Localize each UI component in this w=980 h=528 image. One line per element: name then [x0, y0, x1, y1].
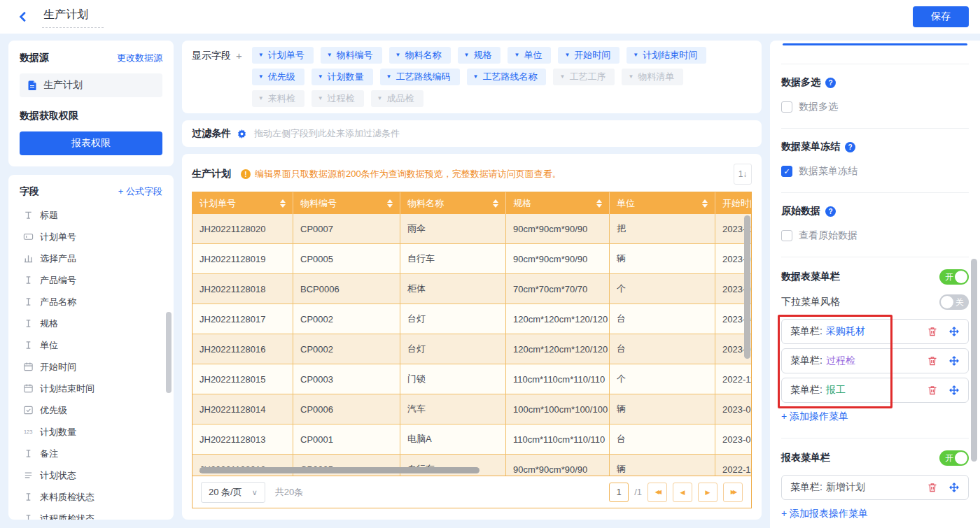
trash-icon[interactable] — [927, 355, 938, 366]
menu-item-label[interactable]: 过程检 — [826, 355, 855, 367]
chevron-down-icon — [252, 487, 258, 497]
menu-item-label[interactable]: 报工 — [826, 384, 846, 397]
report-menu-toggle[interactable]: 开 — [939, 450, 969, 466]
trash-icon[interactable] — [927, 326, 938, 337]
field-item[interactable]: 标题 — [20, 204, 162, 226]
trash-icon[interactable] — [927, 482, 938, 493]
field-tag-disabled[interactable]: 工艺工序 — [553, 69, 615, 85]
field-tag[interactable]: 开始时间 — [558, 47, 620, 64]
table-header-cell[interactable]: 物料编号 — [293, 192, 400, 214]
table-header-cell[interactable]: 规格 — [506, 192, 610, 214]
table-cell: JH20221128020 — [192, 214, 293, 244]
datasource-item[interactable]: 生产计划 — [20, 73, 162, 97]
table-cell: CP0006 — [293, 394, 400, 424]
field-tag[interactable]: 物料名称 — [389, 47, 451, 64]
field-item[interactable]: 单位 — [20, 334, 162, 356]
sort-carets-icon[interactable] — [383, 199, 393, 208]
table-cell: 个 — [610, 364, 715, 394]
sort-carets-icon[interactable] — [489, 199, 498, 208]
table-header-cell[interactable]: 开始时间 — [715, 192, 751, 214]
field-tag[interactable]: 物料编号 — [321, 47, 382, 64]
trash-icon[interactable] — [927, 385, 938, 396]
help-icon[interactable] — [845, 142, 855, 152]
field-item[interactable]: 过程质检状态 — [20, 508, 162, 520]
field-tag-disabled[interactable]: 来料检 — [252, 90, 304, 107]
table-header-cell[interactable]: 计划单号 — [192, 192, 293, 214]
field-item[interactable]: 产品名称 — [20, 291, 162, 313]
settings-scrollbar[interactable] — [971, 259, 977, 462]
field-tag[interactable]: 工艺路线名称 — [467, 69, 547, 85]
dropdown-style-toggle[interactable]: 关 — [939, 294, 969, 310]
field-tag[interactable]: 工艺路线编码 — [380, 69, 460, 85]
change-datasource-link[interactable]: 更改数据源 — [117, 52, 162, 64]
menu-item-label[interactable]: 采购耗材 — [826, 325, 865, 338]
field-item[interactable]: 优先级 — [20, 399, 162, 421]
first-page-button[interactable] — [648, 483, 667, 502]
formula-field-link[interactable]: + 公式字段 — [118, 185, 162, 198]
gear-icon[interactable] — [237, 129, 247, 139]
report-permission-button[interactable]: 报表权限 — [20, 131, 162, 155]
field-tag-disabled[interactable]: 过程检 — [312, 90, 364, 107]
sort-order-button[interactable]: 1↓ — [734, 164, 752, 185]
raw-data-checkbox[interactable] — [781, 230, 792, 241]
table-menu-toggle[interactable]: 开 — [939, 269, 969, 285]
help-icon[interactable] — [825, 206, 836, 217]
menu-item-label[interactable]: 新增计划 — [826, 481, 865, 494]
field-tag-disabled[interactable]: 成品检 — [371, 90, 424, 107]
field-tag[interactable]: 规格 — [458, 47, 501, 64]
multi-select-checkbox[interactable] — [781, 101, 792, 113]
sort-carets-icon[interactable] — [276, 199, 286, 208]
top-bar: 生产计划 保存 — [0, 0, 980, 34]
save-button[interactable]: 保存 — [913, 6, 969, 27]
move-icon[interactable] — [948, 326, 960, 337]
vertical-scrollbar[interactable] — [744, 215, 750, 359]
table-header-cell[interactable]: 物料名称 — [400, 192, 506, 214]
field-item[interactable]: 产品编号 — [20, 269, 162, 291]
table-cell: 电脑A — [400, 424, 506, 455]
display-fields-label: 显示字段 — [192, 50, 231, 62]
field-item[interactable]: 计划单号 — [20, 226, 162, 248]
page-size-select[interactable]: 20 条/页 — [201, 482, 265, 503]
field-item[interactable]: 计划状态 — [20, 464, 162, 486]
field-item[interactable]: 规格 — [20, 313, 162, 334]
add-display-field-button[interactable]: + — [236, 50, 242, 62]
page-input[interactable]: 1 — [609, 483, 629, 502]
text-icon — [23, 275, 34, 285]
display-field-tags: 计划单号 物料编号 物料名称 规格 单位 开始时间 计划结束时间 — [252, 47, 707, 107]
table-header-cell[interactable]: 单位 — [610, 192, 715, 214]
field-item[interactable]: 来料质检状态 — [20, 486, 162, 508]
sort-carets-icon[interactable] — [592, 199, 602, 208]
next-page-button[interactable] — [698, 483, 718, 502]
move-icon[interactable] — [948, 355, 960, 366]
menu-freeze-checkbox[interactable] — [781, 166, 792, 177]
fields-scrollbar[interactable] — [166, 312, 172, 393]
add-report-menu-link[interactable]: + 添加报表操作菜单 — [781, 508, 868, 520]
prev-page-button[interactable] — [673, 483, 692, 502]
menu-item: 菜单栏: 新增计划 — [781, 475, 969, 500]
field-item[interactable]: 计划数量 — [20, 421, 162, 443]
help-icon[interactable] — [825, 78, 836, 88]
field-tag[interactable]: 计划数量 — [312, 69, 373, 85]
field-item[interactable]: 选择产品 — [20, 248, 162, 269]
table-cell: 雨伞 — [400, 214, 506, 244]
field-tag[interactable]: 计划结束时间 — [626, 47, 706, 64]
field-tag-label: 成品检 — [387, 90, 414, 107]
field-tag-disabled[interactable]: 物料清单 — [622, 69, 683, 85]
horizontal-scrollbar[interactable] — [200, 467, 479, 473]
caret-down-icon — [377, 90, 387, 108]
field-tag[interactable]: 优先级 — [252, 69, 304, 85]
toggle-knob — [941, 296, 953, 308]
move-icon[interactable] — [948, 385, 960, 396]
field-item[interactable]: 备注 — [20, 443, 162, 464]
field-label: 来料质检状态 — [40, 491, 94, 504]
sort-carets-icon[interactable] — [698, 199, 708, 208]
table-row: JH20221128019 CP0005 自行车 90cm*90cm*90/90… — [192, 244, 751, 274]
last-page-button[interactable] — [723, 483, 743, 502]
move-icon[interactable] — [948, 482, 960, 493]
field-tag[interactable]: 计划单号 — [252, 47, 314, 64]
field-tag[interactable]: 单位 — [507, 47, 551, 64]
field-item[interactable]: 计划结束时间 — [20, 378, 162, 399]
back-icon[interactable] — [17, 9, 32, 24]
field-item[interactable]: 开始时间 — [20, 356, 162, 378]
add-action-menu-link[interactable]: + 添加操作菜单 — [781, 411, 848, 423]
